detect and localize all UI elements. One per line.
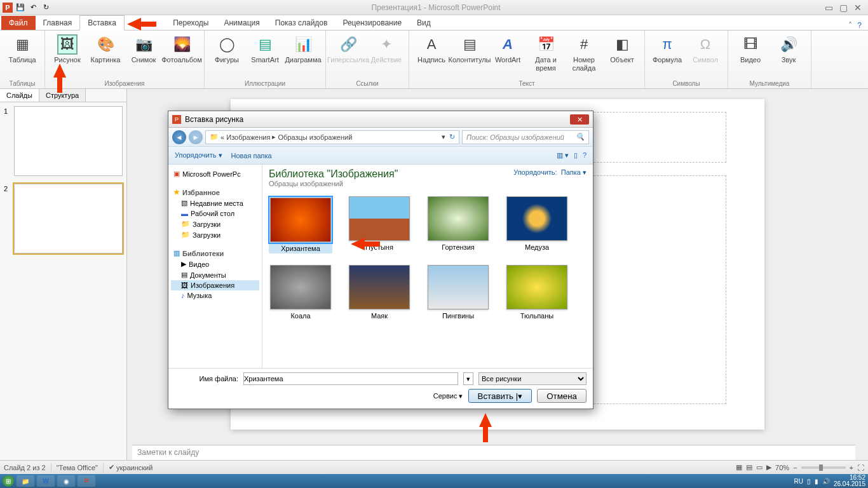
tree-desktop[interactable]: ▬Рабочий стол: [171, 208, 259, 219]
object-button[interactable]: ◧Объект: [604, 32, 641, 80]
close-icon[interactable]: ✕: [854, 3, 862, 13]
tile-chrysanthemum[interactable]: Хризантема: [269, 196, 332, 254]
organize-menu[interactable]: Упорядочить ▾: [175, 151, 222, 159]
tab-home[interactable]: Главная: [36, 16, 80, 30]
tree-downloads-1[interactable]: 📁Загрузки: [171, 219, 259, 229]
tree-favorites[interactable]: ★Избранное: [171, 187, 259, 198]
tree-video[interactable]: ▶Видео: [171, 259, 259, 269]
zoom-slider[interactable]: [801, 466, 846, 469]
tile-koala[interactable]: Коала: [269, 265, 332, 320]
redo-icon[interactable]: ↻: [41, 3, 51, 13]
tray-sound-icon[interactable]: 🔊: [822, 478, 830, 485]
fit-icon[interactable]: ⛶: [857, 464, 864, 471]
taskbar-explorer[interactable]: 📁: [17, 475, 34, 487]
view-slideshow-icon[interactable]: ▶: [766, 463, 771, 471]
filter-select[interactable]: Все рисунки: [478, 372, 587, 385]
tree-images[interactable]: 🖼Изображения: [171, 280, 259, 290]
tab-insert[interactable]: Вставка: [79, 15, 125, 30]
taskbar-chrome[interactable]: ◉: [57, 475, 75, 487]
tree-documents[interactable]: ▤Документы: [171, 269, 259, 280]
cancel-button[interactable]: Отмена: [537, 389, 587, 403]
panel-tab-slides[interactable]: Слайды: [0, 89, 39, 102]
folder-icon: 📁: [181, 231, 190, 239]
insert-button[interactable]: Вставить |▾: [468, 389, 532, 403]
minimize-icon[interactable]: ▭: [825, 3, 833, 13]
tray-flag-icon[interactable]: ▯: [807, 478, 811, 485]
zoom-level[interactable]: 70%: [775, 464, 789, 471]
headerfooter-button[interactable]: ▤Колонтитулы: [451, 32, 488, 80]
tab-view[interactable]: Вид: [409, 16, 438, 30]
tools-menu[interactable]: Сервис ▾: [433, 392, 463, 400]
shapes-button[interactable]: ◯Фигуры: [208, 32, 245, 80]
maximize-icon[interactable]: ▢: [839, 3, 848, 13]
zoom-in-icon[interactable]: +: [850, 464, 853, 471]
photoalbum-button[interactable]: 🌄Фотоальбом: [163, 32, 200, 80]
breadcrumb[interactable]: 📁 « Изображения ▸ Образцы изображений ▾ …: [205, 130, 459, 144]
equation-button[interactable]: πФормула: [649, 32, 686, 80]
table-button[interactable]: ▦Таблица: [4, 32, 41, 80]
view-reading-icon[interactable]: ▭: [756, 463, 763, 471]
audio-icon: 🔊: [778, 34, 799, 55]
spellcheck-icon[interactable]: ✔: [109, 463, 114, 471]
status-lang[interactable]: украинский: [116, 464, 153, 471]
thumb-2[interactable]: [14, 184, 123, 254]
tab-slideshow[interactable]: Показ слайдов: [268, 16, 336, 30]
filename-input[interactable]: [243, 372, 458, 385]
wordart-button[interactable]: AWordArt: [489, 32, 526, 80]
clipart-button[interactable]: 🎨Картинка: [87, 32, 124, 80]
tile-jellyfish[interactable]: Медуза: [505, 196, 569, 254]
panel-tab-outline[interactable]: Структура: [39, 89, 86, 102]
filename-dropdown[interactable]: ▾: [463, 372, 473, 385]
refresh-icon[interactable]: ↻: [449, 133, 455, 141]
audio-button[interactable]: 🔊Звук: [770, 32, 807, 80]
chart-button[interactable]: 📊Диаграмма: [285, 32, 322, 80]
save-icon[interactable]: 💾: [15, 3, 25, 13]
search-input[interactable]: Поиск: Образцы изображений 🔍: [462, 130, 589, 144]
sort-menu[interactable]: Упорядочить: Папка ▾: [513, 168, 587, 177]
nav-forward-button[interactable]: ►: [189, 130, 203, 144]
tile-tulips[interactable]: Тюльпаны: [505, 265, 569, 320]
video-button[interactable]: 🎞Видео: [732, 32, 769, 80]
preview-pane-button[interactable]: ▯: [574, 151, 578, 159]
screenshot-button[interactable]: 📷Снимок: [125, 32, 162, 80]
tab-file[interactable]: Файл: [1, 16, 36, 30]
tile-penguins[interactable]: Пингвины: [426, 265, 490, 320]
thumb-1[interactable]: [14, 106, 123, 176]
start-button[interactable]: ⊞: [3, 475, 14, 487]
taskbar-powerpoint[interactable]: P: [78, 475, 95, 487]
tile-desert[interactable]: Пустыня: [348, 196, 411, 254]
tree-recent[interactable]: ▧Недавние места: [171, 198, 259, 208]
tray-lang[interactable]: RU: [794, 478, 803, 485]
tab-animation[interactable]: Анимация: [216, 16, 267, 30]
dialog-title-bar[interactable]: P Вставка рисунка ✕: [168, 111, 593, 128]
textbox-button[interactable]: AНадпись: [413, 32, 450, 80]
taskbar-word[interactable]: W: [37, 475, 55, 487]
view-normal-icon[interactable]: ▦: [736, 463, 742, 471]
dialog-close-button[interactable]: ✕: [570, 114, 589, 125]
undo-icon[interactable]: ↶: [28, 3, 38, 13]
minimize-ribbon-icon[interactable]: ˄: [848, 21, 852, 30]
view-sorter-icon[interactable]: ▤: [746, 463, 752, 471]
app-icon: ▣: [173, 170, 180, 178]
tree-music[interactable]: ♪Музыка: [171, 290, 259, 301]
view-mode-button[interactable]: ▥ ▾: [557, 151, 569, 159]
zoom-out-icon[interactable]: −: [793, 464, 797, 471]
slidenumber-button[interactable]: #Номер слайда: [566, 32, 602, 80]
tree-downloads-2[interactable]: 📁Загрузки: [171, 229, 259, 240]
tray-network-icon[interactable]: ▮: [815, 478, 818, 485]
datetime-button[interactable]: 📅Дата и время: [527, 32, 564, 80]
new-folder-button[interactable]: Новая папка: [231, 152, 272, 159]
tab-transitions[interactable]: Переходы: [165, 16, 216, 30]
smartart-button[interactable]: ▤SmartArt: [247, 32, 283, 80]
nav-back-button[interactable]: ◄: [172, 130, 186, 144]
tree-libraries[interactable]: ▥Библиотеки: [171, 248, 259, 259]
tile-hydrangea[interactable]: Гортензия: [426, 196, 490, 254]
tile-lighthouse[interactable]: Маяк: [348, 265, 411, 320]
help-icon[interactable]: ?: [857, 21, 862, 30]
notes-pane[interactable]: Заметки к слайду: [132, 445, 855, 460]
tree-powerpoint[interactable]: ▣Microsoft PowerPc: [171, 168, 259, 179]
chevron-down-icon[interactable]: ▾: [442, 133, 445, 141]
tab-review[interactable]: Рецензирование: [335, 16, 409, 30]
picture-button[interactable]: 🖼Рисунок: [49, 32, 86, 80]
dialog-help-icon[interactable]: ?: [583, 151, 587, 159]
